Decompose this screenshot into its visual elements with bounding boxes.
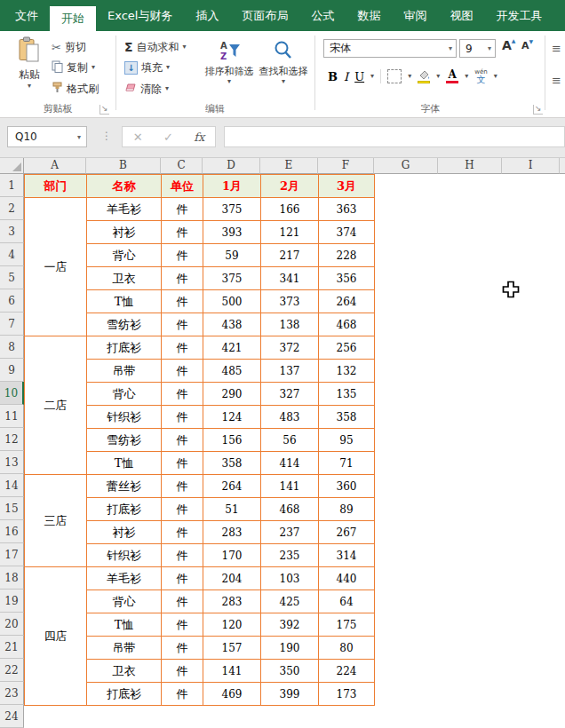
- month3-cell[interactable]: 95: [319, 429, 375, 452]
- unit-cell[interactable]: 件: [162, 244, 203, 267]
- name-cell[interactable]: 针织衫: [87, 406, 162, 429]
- row-header-14[interactable]: 14: [0, 474, 24, 497]
- month1-cell[interactable]: 438: [203, 313, 261, 336]
- clear-dropdown-icon[interactable]: ▾: [165, 85, 169, 92]
- month1-cell[interactable]: 120: [203, 613, 261, 637]
- row-header-10[interactable]: 10: [0, 382, 24, 405]
- name-cell[interactable]: 吊带: [87, 637, 162, 660]
- month1-cell[interactable]: 141: [203, 660, 261, 683]
- clear-button[interactable]: 清除 ▾: [124, 80, 169, 98]
- row-header-12[interactable]: 12: [0, 428, 24, 451]
- column-header-e[interactable]: E: [260, 158, 318, 174]
- unit-cell[interactable]: 件: [162, 660, 203, 683]
- month3-cell[interactable]: 267: [319, 521, 375, 544]
- month3-cell[interactable]: 360: [319, 475, 375, 498]
- paste-dropdown-icon[interactable]: ▾: [28, 83, 31, 90]
- month2-cell[interactable]: 103: [261, 567, 319, 590]
- unit-cell[interactable]: 件: [162, 290, 203, 313]
- name-cell[interactable]: 雪纺衫: [87, 313, 162, 336]
- month3-cell[interactable]: 132: [319, 360, 375, 383]
- month1-cell[interactable]: 59: [203, 244, 261, 267]
- row-header-6[interactable]: 6: [0, 289, 24, 313]
- font-name-combobox[interactable]: 宋体 ▾: [323, 39, 457, 58]
- row-header-22[interactable]: 22: [0, 659, 24, 682]
- month2-cell[interactable]: 190: [261, 637, 319, 660]
- unit-cell[interactable]: 件: [162, 267, 203, 290]
- name-box-dropdown-icon[interactable]: ▾: [77, 133, 86, 141]
- unit-cell[interactable]: 件: [162, 590, 203, 613]
- month2-cell[interactable]: 425: [261, 590, 319, 613]
- month2-cell[interactable]: 237: [261, 521, 319, 544]
- paste-button[interactable]: 粘贴 ▾: [11, 36, 48, 90]
- unit-cell[interactable]: 件: [162, 406, 203, 429]
- month2-cell[interactable]: 141: [261, 475, 319, 498]
- row-header-1[interactable]: 1: [0, 174, 24, 197]
- month3-cell[interactable]: 314: [319, 544, 375, 567]
- name-cell[interactable]: T恤: [87, 290, 162, 313]
- ribbon-tab-6[interactable]: 数据: [346, 0, 392, 31]
- ribbon-tab-8[interactable]: 视图: [438, 0, 484, 31]
- column-header-b[interactable]: B: [86, 158, 161, 174]
- unit-cell[interactable]: 件: [162, 498, 203, 521]
- row-header-4[interactable]: 4: [0, 243, 24, 266]
- borders-dropdown-icon[interactable]: ▾: [408, 73, 411, 80]
- month1-cell[interactable]: 485: [203, 360, 261, 383]
- unit-cell[interactable]: 件: [162, 521, 203, 544]
- row-header-20[interactable]: 20: [0, 613, 24, 636]
- table-header-cell[interactable]: 1月: [203, 175, 261, 198]
- name-cell[interactable]: 羊毛衫: [87, 567, 162, 590]
- month1-cell[interactable]: 204: [203, 567, 261, 590]
- month1-cell[interactable]: 358: [203, 452, 261, 475]
- month1-cell[interactable]: 500: [203, 290, 261, 313]
- row-header-7[interactable]: 7: [0, 313, 24, 336]
- row-header-18[interactable]: 18: [0, 566, 24, 590]
- month2-cell[interactable]: 327: [261, 383, 319, 406]
- month1-cell[interactable]: 170: [203, 544, 261, 567]
- month3-cell[interactable]: 173: [319, 683, 375, 706]
- row-header-24[interactable]: 24: [0, 705, 24, 728]
- row-header-23[interactable]: 23: [0, 682, 24, 705]
- name-cell[interactable]: 衬衫: [87, 521, 162, 544]
- enter-icon[interactable]: ✓: [163, 131, 173, 144]
- column-header-c[interactable]: C: [161, 158, 203, 174]
- unit-cell[interactable]: 件: [162, 613, 203, 637]
- name-cell[interactable]: 卫衣: [87, 267, 162, 290]
- clipboard-dialog-launcher-icon[interactable]: ↘: [99, 105, 109, 115]
- unit-cell[interactable]: 件: [162, 336, 203, 360]
- unit-cell[interactable]: 件: [162, 567, 203, 590]
- font-color-button[interactable]: A: [446, 70, 458, 83]
- formula-bar-resize-handle[interactable]: ⋮: [101, 130, 112, 142]
- copy-dropdown-icon[interactable]: ▾: [92, 64, 95, 71]
- merged-department-cell[interactable]: 二店: [25, 336, 87, 475]
- month3-cell[interactable]: 358: [319, 406, 375, 429]
- month1-cell[interactable]: 51: [203, 498, 261, 521]
- month1-cell[interactable]: 283: [203, 590, 261, 613]
- unit-cell[interactable]: 件: [162, 198, 203, 221]
- month1-cell[interactable]: 283: [203, 521, 261, 544]
- align-top-icon[interactable]: ≡: [552, 42, 561, 55]
- row-header-21[interactable]: 21: [0, 636, 24, 659]
- name-cell[interactable]: 背心: [87, 590, 162, 613]
- column-header-i[interactable]: I: [502, 158, 560, 174]
- unit-cell[interactable]: 件: [162, 475, 203, 498]
- ribbon-tab-5[interactable]: 公式: [299, 0, 346, 31]
- row-header-3[interactable]: 3: [0, 220, 24, 243]
- table-header-cell[interactable]: 名称: [87, 175, 162, 198]
- name-box[interactable]: Q10 ▾: [7, 126, 87, 147]
- column-header-h[interactable]: H: [438, 158, 502, 174]
- name-cell[interactable]: T恤: [87, 452, 162, 475]
- month1-cell[interactable]: 264: [203, 475, 261, 498]
- underline-dropdown-icon[interactable]: ▾: [370, 73, 374, 80]
- month3-cell[interactable]: 224: [319, 660, 375, 683]
- row-header-15[interactable]: 15: [0, 497, 24, 520]
- cut-button[interactable]: ✂ 剪切: [52, 38, 86, 56]
- row-header-16[interactable]: 16: [0, 520, 24, 543]
- name-cell[interactable]: T恤: [87, 613, 162, 637]
- month1-cell[interactable]: 124: [203, 406, 261, 429]
- month3-cell[interactable]: 64: [319, 590, 375, 613]
- month2-cell[interactable]: 138: [261, 313, 319, 336]
- month2-cell[interactable]: 468: [261, 498, 319, 521]
- merged-department-cell[interactable]: 一店: [25, 198, 87, 336]
- autosum-button[interactable]: Σ 自动求和 ▾: [124, 38, 187, 56]
- phonetic-dropdown-icon[interactable]: ▾: [494, 73, 497, 80]
